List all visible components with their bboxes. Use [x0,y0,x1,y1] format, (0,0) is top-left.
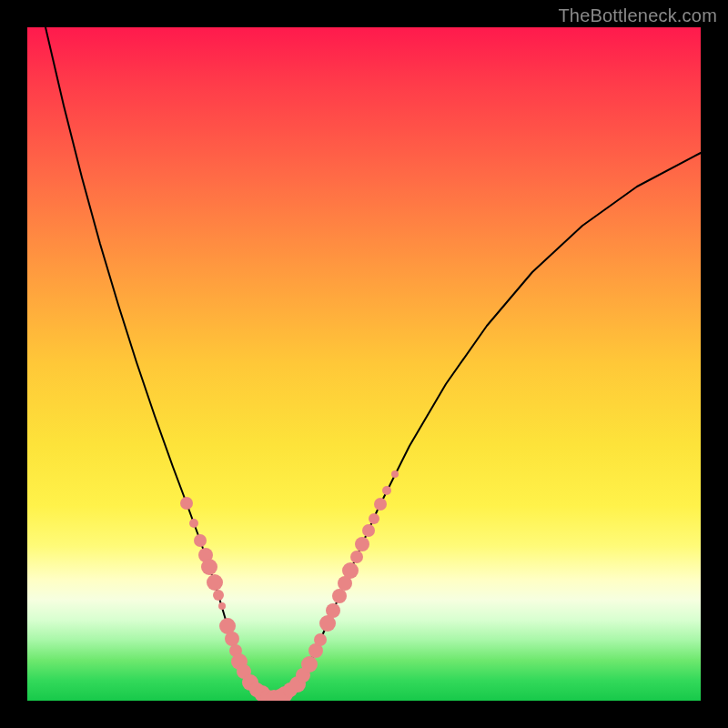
highlighted-point [355,537,369,551]
highlighted-point [350,551,363,563]
highlighted-point [218,602,226,610]
highlighted-point [314,633,327,646]
highlighted-point [194,534,207,547]
highlighted-point [180,497,193,510]
highlighted-point [332,589,347,603]
highlighted-point [326,603,340,618]
highlighted-point [369,513,379,524]
highlighted-point [213,590,224,601]
highlighted-point [342,562,359,579]
chart-outer-frame: TheBottleneck.com [0,0,728,728]
highlighted-point [225,632,239,646]
highlighted-point [189,519,198,528]
watermark-text: TheBottleneck.com [558,5,717,26]
chart-plot-area [27,27,701,701]
highlighted-point [301,656,318,672]
highlighted-point [391,470,399,478]
highlighted-point [362,524,375,537]
highlighted-point [382,486,391,495]
highlighted-point [201,559,217,575]
highlighted-point [374,498,387,511]
highlighted-points-group [180,470,399,701]
bottleneck-curve [46,27,701,698]
chart-svg-overlay [27,27,701,701]
highlighted-point [207,574,223,591]
